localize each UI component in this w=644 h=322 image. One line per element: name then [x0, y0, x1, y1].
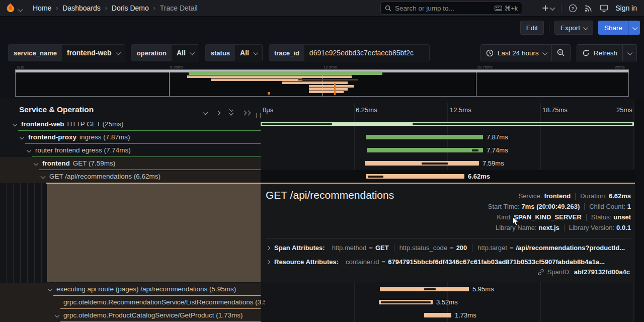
zoom-out-time-button[interactable]	[551, 45, 570, 61]
attribute-expand-chevron-icon[interactable]	[267, 246, 270, 250]
filter-trace_id: trace_idd691e925edbd3c7ecfaecb85bf2c	[269, 44, 430, 61]
span-row[interactable]: grpc.oteldemo.ProductCatalogService/GetP…	[0, 309, 635, 322]
span-row[interactable]: frontend-webHTTP GET (25ms)	[0, 118, 635, 131]
span-name[interactable]: grpc.oteldemo.RecommendationService/List…	[63, 298, 265, 306]
filter-dropdown[interactable]: All	[172, 45, 199, 61]
share-chevron-button[interactable]	[628, 21, 640, 35]
minimap-tick-label: 0μs	[17, 65, 24, 69]
attribute-equals: =	[450, 244, 454, 252]
span-duration-bar[interactable]	[366, 135, 483, 139]
filter-input[interactable]: d691e925edbd3c7ecfaecb85bf2c	[304, 45, 429, 61]
filter-chevron-icon	[190, 50, 195, 55]
attribute-row-label: Resource Attributes:	[274, 258, 339, 266]
span-row[interactable]: frontendGET (7.59ms)7.59ms	[0, 157, 635, 170]
display-button[interactable]	[600, 4, 608, 13]
refresh-interval-chevron-button[interactable]	[622, 45, 636, 61]
top-nav-bar: Home›Dashboards›Doris Demo›Trace Detail …	[0, 0, 644, 17]
detail-field-line: Service:frontendDuration:6.62ms	[488, 191, 631, 201]
span-row[interactable]: executing api route (pages) /api/recomme…	[0, 283, 635, 296]
refresh-button[interactable]: Refresh	[577, 45, 622, 61]
expand-one-icon[interactable]	[216, 109, 220, 116]
span-row[interactable]: router frontend egress (7.74ms)7.74ms	[0, 144, 635, 157]
search-icon	[385, 5, 391, 12]
trace-minimap[interactable]	[15, 69, 629, 97]
filter-dropdown[interactable]: frontend-web	[62, 45, 125, 61]
filter-value: All	[177, 49, 186, 57]
refresh-picker[interactable]: Refresh	[577, 44, 637, 61]
span-bar-child-segment	[381, 301, 431, 303]
span-collapse-chevron-icon[interactable]	[27, 148, 32, 153]
edit-button[interactable]: Edit	[520, 21, 544, 35]
span-id-value[interactable]: abf279132fd00a4c	[574, 268, 630, 276]
span-operation-name: ingress (7.87ms)	[79, 133, 130, 141]
share-button[interactable]: Share	[598, 21, 628, 35]
span-duration-bar[interactable]	[261, 122, 634, 126]
time-range-picker[interactable]: Last 24 hours	[480, 44, 571, 61]
span-name[interactable]: router frontend egress (7.74ms)	[35, 146, 131, 154]
new-button[interactable]	[542, 5, 554, 12]
detail-field-line: Library Name:next.jsLibrary Version:0.0.…	[488, 222, 631, 233]
breadcrumb-item[interactable]: Dashboards	[62, 4, 101, 12]
attribute-row-label: Span Attributes:	[274, 244, 325, 252]
span-duration-bar[interactable]	[367, 148, 483, 152]
breadcrumb-item[interactable]: Trace Detail	[160, 4, 198, 12]
export-chevron-icon	[583, 25, 588, 30]
news-button[interactable]	[584, 4, 593, 13]
span-duration-bar[interactable]	[365, 161, 479, 166]
search-input[interactable]: Search or jump to... ⌘+k	[380, 2, 522, 15]
attribute-expand-chevron-icon[interactable]	[267, 260, 270, 264]
span-collapse-chevron-icon[interactable]	[20, 135, 25, 140]
span-operation-name: executing api route (pages) /api/recomme…	[56, 285, 236, 293]
span-row[interactable]: GET /api/recommendations (6.62ms)6.62ms	[0, 170, 635, 183]
span-duration-bar[interactable]	[366, 174, 464, 179]
span-duration-bar[interactable]	[379, 300, 433, 304]
attribute-row-resource[interactable]: Resource Attributes:container.id=6794791…	[267, 258, 632, 266]
span-collapse-chevron-icon[interactable]	[13, 122, 18, 127]
minimap-tick-label: 25ms	[615, 65, 625, 69]
span-name[interactable]: frontendGET (7.59ms)	[42, 159, 115, 167]
span-duration-bar[interactable]	[424, 313, 451, 317]
filter-dropdown[interactable]: All	[235, 45, 262, 61]
grafana-logo-icon[interactable]	[5, 3, 16, 14]
filter-value: All	[240, 49, 249, 57]
span-row[interactable]: frontend-proxyingress (7.87ms)7.87ms	[0, 131, 635, 144]
attribute-equals: =	[510, 244, 514, 252]
org-switcher-chevron-icon[interactable]	[18, 6, 22, 13]
span-name[interactable]: frontend-proxyingress (7.87ms)	[28, 133, 130, 141]
column-resize-handle[interactable]: | |	[256, 112, 262, 118]
detail-field-value: frontend	[544, 192, 571, 200]
span-name[interactable]: GET /api/recommendations (6.62ms)	[49, 173, 160, 180]
breadcrumb-item[interactable]: Home	[33, 4, 51, 12]
collapse-one-icon[interactable]	[203, 109, 207, 116]
span-operation-name: GET (7.59ms)	[73, 159, 116, 167]
detail-field-divider	[564, 224, 565, 231]
span-detail-section: GET /api/recommendations Service:fronten…	[0, 183, 644, 283]
export-button[interactable]: Export	[554, 21, 593, 35]
span-bar-child-segment	[368, 176, 383, 178]
axis-tick-label: 25ms	[616, 106, 632, 114]
detail-field-line: Start Time:7ms (20:00:49.263)Child Count…	[488, 201, 631, 212]
breadcrumb-item[interactable]: Doris Demo	[112, 4, 149, 12]
svg-text:?: ?	[572, 5, 575, 11]
span-name[interactable]: frontend-webHTTP GET (25ms)	[21, 120, 124, 128]
expand-all-icon[interactable]	[243, 109, 250, 116]
detail-field-value: 1	[627, 203, 631, 210]
detail-field-value: 7ms (20:00:49.263)	[522, 203, 580, 210]
span-name[interactable]: grpc.oteldemo.ProductCatalogService/GetP…	[63, 311, 243, 319]
span-duration-bar[interactable]	[380, 287, 469, 291]
detail-field-value: next.js	[539, 224, 559, 231]
detail-field-value: SPAN_KIND_SERVER	[514, 213, 582, 221]
attribute-row-span[interactable]: Span Attributes:http.method=GEThttp.stat…	[267, 244, 632, 252]
link-icon[interactable]	[537, 269, 544, 276]
help-button[interactable]: ?	[569, 4, 577, 13]
filter-chevron-icon	[253, 50, 258, 55]
collapse-all-icon[interactable]	[229, 109, 232, 115]
minimap-span-bar	[187, 75, 352, 78]
minimap-span-bar	[268, 92, 270, 95]
time-controls: Last 24 hours Refresh	[480, 44, 637, 61]
sign-in-button[interactable]: Sign in	[615, 4, 637, 12]
attribute-key: http.status_code	[399, 244, 447, 252]
span-row[interactable]: grpc.oteldemo.RecommendationService/List…	[0, 296, 635, 309]
span-name[interactable]: executing api route (pages) /api/recomme…	[56, 285, 236, 293]
share-split-button[interactable]: Share	[598, 21, 640, 35]
